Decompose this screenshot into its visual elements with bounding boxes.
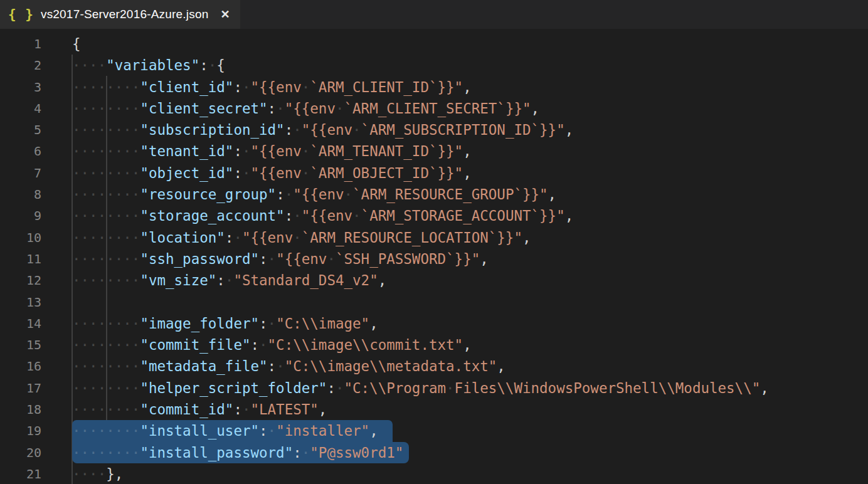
code-text[interactable]: ····}, [72, 463, 868, 484]
code-line[interactable]: 16········"metadata_file":·"C:\\image\\m… [0, 355, 868, 377]
line-number[interactable]: 19 [0, 420, 72, 441]
line-content: ········"storage_account":·"{{env·`ARM_S… [72, 205, 573, 226]
code-lines[interactable]: 1{2····"variables":·{3········"client_id… [0, 29, 868, 484]
code-text[interactable]: ········"helper_script_folder":·"C:\\Pro… [72, 377, 868, 399]
code-text[interactable]: ········"commit_id":·"LATEST", [72, 399, 868, 420]
code-text[interactable] [72, 292, 868, 313]
code-line[interactable]: 9········"storage_account":·"{{env·`ARM_… [0, 205, 868, 226]
whitespace-dots: · [242, 401, 251, 418]
line-number[interactable]: 4 [0, 98, 72, 119]
code-line[interactable]: 15········"commit_file":·"C:\\image\\com… [0, 334, 868, 355]
code-line[interactable]: 21····}, [0, 463, 868, 484]
whitespace-dots: · [259, 337, 268, 353]
code-text[interactable]: ····"variables":·{ [72, 55, 868, 76]
code-line[interactable]: 14········"image_folder":·"C:\\image", [0, 313, 868, 334]
code-text[interactable]: ········"resource_group":·"{{env·`ARM_RE… [72, 184, 868, 205]
close-icon[interactable]: ✕ [219, 8, 231, 21]
code-line[interactable]: 7········"object_id":·"{{env·`ARM_OBJECT… [0, 162, 868, 184]
code-text[interactable]: { [72, 33, 868, 55]
line-number[interactable]: 11 [0, 248, 72, 270]
code-line[interactable]: 3········"client_id":·"{{env·`ARM_CLIENT… [0, 76, 868, 98]
whitespace-dots: · [336, 380, 344, 396]
line-number[interactable]: 17 [0, 377, 72, 399]
line-number[interactable]: 10 [0, 227, 72, 248]
line-number[interactable]: 12 [0, 270, 72, 291]
whitespace-dots: ········ [72, 100, 140, 117]
code-text[interactable]: ········"install_password":·"P@ssw0rd1" [72, 442, 868, 463]
selection-highlight: ········"install_password":·"P@ssw0rd1" [72, 442, 409, 463]
line-number[interactable]: 14 [0, 313, 72, 334]
whitespace-dots: ········ [72, 272, 140, 288]
line-content: ········"metadata_file":·"C:\\image\\met… [72, 355, 505, 377]
code-line[interactable]: 12········"vm_size":·"Standard_DS4_v2", [0, 270, 868, 291]
whitespace-dots: · [242, 143, 251, 159]
code-line[interactable]: 20········"install_password":·"P@ssw0rd1… [0, 442, 868, 463]
line-number[interactable]: 13 [0, 292, 72, 313]
line-number[interactable]: 2 [0, 55, 72, 76]
line-number[interactable]: 21 [0, 463, 72, 484]
whitespace-dots: ········ [72, 315, 140, 332]
whitespace-dots: ········ [72, 122, 140, 138]
code-line[interactable]: 17········"helper_script_folder":·"C:\\P… [0, 377, 868, 399]
whitespace-dots: ········ [72, 445, 140, 461]
code-text[interactable]: ········"install_user":·"installer", [72, 420, 868, 441]
whitespace-dots: ········ [72, 251, 140, 267]
line-number[interactable]: 3 [0, 76, 72, 98]
line-number[interactable]: 16 [0, 355, 72, 377]
line-content: ········"client_secret":·"{{env·`ARM_CLI… [72, 98, 539, 119]
code-text[interactable]: ········"location":·"{{env·`ARM_RESOURCE… [72, 227, 868, 248]
code-line[interactable]: 1{ [0, 33, 868, 55]
whitespace-dots: ········ [72, 208, 140, 224]
line-content: ········"ssh_password":·"{{env·`SSH_PASS… [72, 248, 489, 270]
whitespace-dots: · [336, 100, 344, 117]
code-line[interactable]: 10········"location":·"{{env·`ARM_RESOUR… [0, 227, 868, 248]
code-line[interactable]: 11········"ssh_password":·"{{env·`SSH_PA… [0, 248, 868, 270]
code-text[interactable]: ········"metadata_file":·"C:\\image\\met… [72, 355, 868, 377]
code-text[interactable]: ········"ssh_password":·"{{env·`SSH_PASS… [72, 248, 868, 270]
code-line[interactable]: 19········"install_user":·"installer", [0, 420, 868, 441]
line-number[interactable]: 6 [0, 140, 72, 162]
line-number[interactable]: 5 [0, 119, 72, 140]
line-number[interactable]: 1 [0, 33, 72, 55]
whitespace-dots: · [327, 251, 336, 267]
whitespace-dots: ········ [72, 401, 140, 418]
whitespace-dots: ········ [72, 380, 140, 396]
code-line[interactable]: 4········"client_secret":·"{{env·`ARM_CL… [0, 98, 868, 119]
whitespace-dots: · [276, 100, 285, 117]
line-number[interactable]: 7 [0, 162, 72, 184]
code-text[interactable]: ········"subscription_id":·"{{env·`ARM_S… [72, 119, 868, 140]
code-text[interactable]: ········"object_id":·"{{env·`ARM_OBJECT_… [72, 162, 868, 184]
code-line[interactable]: 13 [0, 292, 868, 313]
line-content: ········"subscription_id":·"{{env·`ARM_S… [72, 119, 573, 140]
code-line[interactable]: 8········"resource_group":·"{{env·`ARM_R… [0, 184, 868, 205]
whitespace-dots: ········ [72, 423, 140, 439]
whitespace-dots: · [242, 165, 251, 181]
whitespace-dots: · [268, 251, 277, 267]
line-content: ········"image_folder":·"C:\\image", [72, 313, 378, 334]
code-text[interactable]: ········"tenant_id":·"{{env·`ARM_TENANT_… [72, 140, 868, 162]
selection-highlight: ········"install_user":·"installer", [72, 420, 393, 441]
code-line[interactable]: 2····"variables":·{ [0, 55, 868, 76]
whitespace-dots: · [344, 186, 353, 203]
line-number[interactable]: 20 [0, 442, 72, 463]
code-text[interactable]: ········"client_secret":·"{{env·`ARM_CLI… [72, 98, 868, 119]
line-number[interactable]: 8 [0, 184, 72, 205]
whitespace-dots: · [285, 186, 294, 203]
code-text[interactable]: ········"commit_file":·"C:\\image\\commi… [72, 334, 868, 355]
code-text[interactable]: ········"image_folder":·"C:\\image", [72, 313, 868, 334]
code-line[interactable]: 6········"tenant_id":·"{{env·`ARM_TENANT… [0, 140, 868, 162]
line-content: ····}, [72, 463, 123, 484]
code-text[interactable]: ········"client_id":·"{{env·`ARM_CLIENT_… [72, 76, 868, 98]
line-number[interactable]: 18 [0, 399, 72, 420]
line-number[interactable]: 15 [0, 334, 72, 355]
line-number[interactable]: 9 [0, 205, 72, 226]
tab-vs2017-server2016-azure-json[interactable]: { } vs2017-Server2016-Azure.json ✕ [0, 0, 240, 29]
code-text[interactable]: ········"vm_size":·"Standard_DS4_v2", [72, 270, 868, 291]
code-text[interactable]: ········"storage_account":·"{{env·`ARM_S… [72, 205, 868, 226]
code-line[interactable]: 18········"commit_id":·"LATEST", [0, 399, 868, 420]
editor[interactable]: 1{2····"variables":·{3········"client_id… [0, 29, 868, 484]
whitespace-dots: · [268, 315, 277, 332]
whitespace-dots: · [225, 272, 234, 288]
code-line[interactable]: 5········"subscription_id":·"{{env·`ARM_… [0, 119, 868, 140]
json-file-icon: { } [8, 7, 34, 22]
